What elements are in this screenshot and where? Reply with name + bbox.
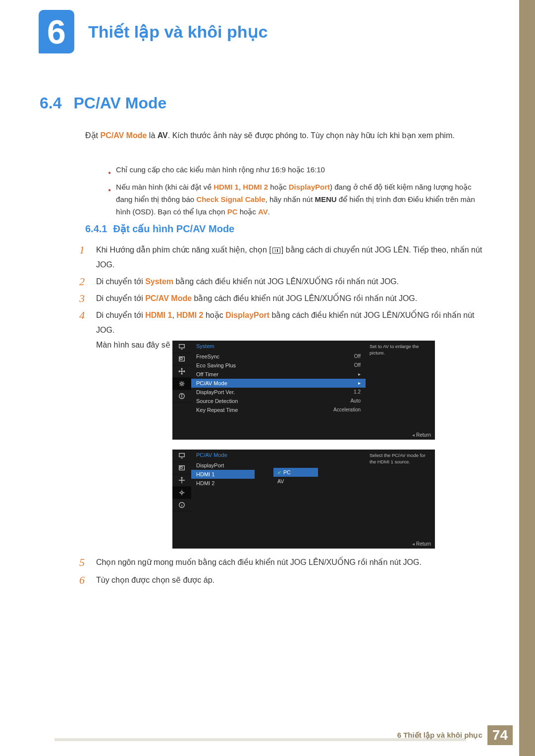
osd-menu-item[interactable]: Off Timer▸: [191, 370, 366, 379]
bullet-icon: ●: [108, 163, 111, 179]
osd-submenu-item[interactable]: ✔PC: [273, 468, 318, 477]
osd-menu-item[interactable]: Eco Saving PlusOff: [191, 361, 366, 370]
svg-point-12: [181, 492, 183, 494]
osd-icon-picture[interactable]: [172, 450, 191, 462]
osd-icon-info[interactable]: [172, 390, 191, 403]
osd-tooltip: Select the PC/AV mode for the HDMI 1 sou…: [366, 450, 435, 467]
section-number: 6.4: [40, 94, 61, 112]
osd-submenu-item[interactable]: AV: [273, 477, 318, 486]
osd-icon-picture[interactable]: [172, 341, 191, 353]
osd-system-menu: System FreeSyncOffEco Saving PlusOffOff …: [172, 341, 435, 440]
chapter-number-badge: 6: [39, 10, 74, 53]
step-text: Tùy chọn được chọn sẽ được áp.: [96, 572, 485, 588]
step-number: 1: [79, 243, 89, 272]
osd-tooltip: Set to AV to enlarge the picture.: [366, 341, 435, 358]
svg-rect-11: [180, 466, 182, 468]
svg-rect-8: [179, 454, 185, 457]
step-number: 2: [79, 274, 89, 289]
osd-title: System: [191, 341, 366, 352]
osd-icon-move[interactable]: [172, 365, 191, 378]
section-name: PC/AV Mode: [73, 94, 166, 112]
svg-point-4: [181, 383, 183, 385]
step-number: 5: [79, 554, 89, 570]
osd-menu-item[interactable]: DisplayPort: [191, 461, 255, 470]
osd-return[interactable]: Return: [412, 432, 431, 438]
osd-pcav-menu: PC/AV Mode DisplayPortHDMI 1HDMI 2 ✔PCAV…: [172, 450, 435, 549]
osd-menu-item[interactable]: Key Repeat TimeAcceleration: [191, 405, 366, 414]
osd-menu-item[interactable]: FreeSyncOff: [191, 352, 366, 361]
page-number: 74: [487, 725, 513, 745]
svg-point-7: [181, 395, 182, 395]
osd-icon-settings[interactable]: [172, 487, 191, 499]
svg-rect-0: [179, 345, 185, 348]
menu-icon: [272, 248, 280, 253]
subsection-heading: 6.4.1Đặt cấu hình PC/AV Mode: [85, 223, 234, 235]
osd-menu-item[interactable]: HDMI 1: [191, 470, 255, 479]
step-text: Khi Hướng dẫn phím chức năng xuất hiện, …: [96, 243, 485, 272]
osd-menu-item[interactable]: Source DetectionAuto: [191, 397, 366, 405]
osd-icon-window[interactable]: [172, 353, 191, 365]
step-text: Chọn ngôn ngữ mong muốn bằng cách điều k…: [96, 554, 485, 570]
step-number: 6: [79, 572, 89, 588]
step-number: 3: [79, 291, 89, 306]
step-text: Di chuyển tới PC/AV Mode bằng cách điều …: [96, 291, 485, 306]
note-bullets: ●Chỉ cung cấp cho các kiểu màn hình rộng…: [108, 163, 484, 220]
osd-icon-info[interactable]: [172, 499, 191, 511]
svg-rect-3: [180, 357, 182, 359]
osd-icon-window[interactable]: [172, 462, 191, 474]
chapter-title: Thiết lập và khôi phục: [88, 22, 268, 42]
right-stripe: [519, 0, 535, 756]
intro-paragraph: Đặt PC/AV Mode là AV. Kích thước ảnh này…: [85, 129, 486, 143]
osd-title: PC/AV Mode: [191, 450, 366, 461]
osd-return[interactable]: Return: [412, 541, 431, 547]
osd-menu-item[interactable]: PC/AV Mode▸: [191, 379, 366, 388]
osd-icon-move[interactable]: [172, 474, 191, 487]
bullet-icon: ●: [108, 181, 111, 218]
step-text: Di chuyển tới System bằng cách điều khiể…: [96, 274, 485, 289]
step-number: 4: [79, 308, 89, 353]
osd-menu-item[interactable]: HDMI 2: [191, 479, 255, 488]
osd-menu-item[interactable]: DisplayPort Ver.1.2: [191, 388, 366, 397]
footer-chapter: 6 Thiết lập và khôi phục: [397, 731, 482, 740]
osd-icon-settings[interactable]: [172, 378, 191, 390]
